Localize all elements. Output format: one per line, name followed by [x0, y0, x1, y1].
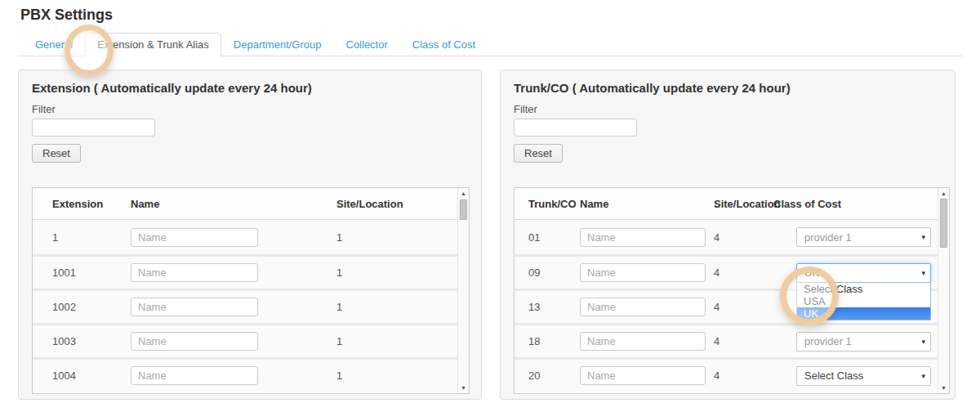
trunk-row: 01 4 provider 1▾	[514, 220, 949, 254]
extension-row: 1002 1	[33, 289, 469, 323]
extension-id: 1	[52, 231, 131, 244]
trunk-table-header: Trunk/CO Name Site/Location Class of Cos…	[514, 188, 949, 220]
column-header-extension: Extension	[52, 198, 131, 210]
extension-name-input[interactable]	[131, 263, 258, 282]
extension-name-input[interactable]	[131, 298, 258, 316]
trunk-name-input[interactable]	[580, 298, 706, 316]
trunk-id: 18	[528, 335, 580, 347]
trunk-row: 20 4 Select Class▾	[514, 357, 949, 392]
tab-class-of-cost[interactable]: Class of Cost	[400, 33, 488, 56]
column-header-site-location: Site/Location	[714, 198, 773, 210]
scrollbar-thumb[interactable]	[460, 199, 467, 220]
extension-table-header: Extension Name Site/Location	[33, 188, 469, 220]
extension-name-input[interactable]	[131, 366, 258, 385]
extension-panel: Extension ( Automatically update every 2…	[18, 69, 482, 400]
tab-department-group[interactable]: Department/Group	[221, 33, 334, 56]
tab-bar: General Extension & Trunk Alias Departme…	[18, 34, 962, 56]
extension-table-scrollbar[interactable]: ▲ ▼	[457, 188, 469, 393]
trunk-co-table: Trunk/CO Name Site/Location Class of Cos…	[514, 187, 950, 394]
site-location-value: 1	[336, 335, 469, 347]
extension-filter-input[interactable]	[32, 119, 155, 137]
trunk-filter-label: Filter	[514, 103, 945, 115]
column-header-class-of-cost: Class of Cost	[773, 198, 949, 210]
extension-table: Extension Name Site/Location 1 1 1001 1 …	[32, 187, 470, 394]
extension-name-input[interactable]	[131, 332, 258, 351]
trunk-row: 18 4 provider 1▾	[514, 323, 949, 357]
chevron-down-icon: ▾	[921, 372, 925, 380]
column-header-site-location: Site/Location	[336, 198, 469, 210]
site-location-value: 1	[336, 266, 469, 279]
dropdown-option-usa[interactable]: USA	[797, 295, 930, 307]
tab-general[interactable]: General	[23, 33, 85, 56]
site-location-value: 4	[714, 231, 796, 244]
site-location-value: 4	[714, 266, 796, 279]
extension-id: 1002	[52, 301, 131, 313]
column-header-name: Name	[580, 198, 714, 210]
pbx-settings-screen: PBX Settings General Extension & Trunk A…	[0, 0, 980, 403]
site-location-value: 1	[336, 301, 469, 313]
extension-id: 1001	[52, 266, 131, 279]
column-header-trunk-co: Trunk/CO	[528, 198, 580, 210]
class-of-cost-select[interactable]: Select Class▾	[796, 366, 931, 386]
class-of-cost-select[interactable]: provider 1▾	[796, 227, 931, 247]
extension-filter-label: Filter	[32, 103, 468, 115]
panels-container: Extension ( Automatically update every 2…	[18, 69, 956, 400]
site-location-value: 4	[714, 369, 796, 382]
extension-row: 1001 1	[33, 254, 469, 289]
scroll-down-icon[interactable]: ▼	[458, 383, 469, 392]
trunk-co-panel: Trunk/CO ( Automatically update every 24…	[500, 69, 956, 400]
scroll-up-icon[interactable]: ▲	[938, 189, 949, 198]
extension-panel-title: Extension ( Automatically update every 2…	[32, 81, 468, 95]
extension-row: 1003 1	[33, 323, 469, 357]
site-location-value: 1	[336, 231, 469, 244]
dropdown-option-select-class[interactable]: Select Class	[797, 283, 930, 295]
trunk-id: 09	[528, 266, 580, 279]
tab-collector[interactable]: Collector	[334, 33, 400, 56]
site-location-value: 1	[336, 369, 469, 382]
trunk-filter-input[interactable]	[514, 119, 637, 137]
chevron-down-icon: ▾	[921, 233, 925, 241]
extension-row: 1004 1	[33, 357, 469, 392]
trunk-id: 20	[528, 369, 580, 382]
page-title: PBX Settings	[20, 7, 113, 24]
chevron-down-icon: ▾	[921, 338, 925, 346]
extension-row: 1 1	[33, 220, 469, 254]
trunk-id: 01	[528, 231, 580, 244]
class-of-cost-dropdown-list: Select Class USA UK	[796, 282, 931, 320]
scroll-down-icon[interactable]: ▼	[938, 383, 949, 392]
trunk-table-scrollbar[interactable]: ▲ ▼	[938, 188, 949, 393]
dropdown-option-uk[interactable]: UK	[797, 307, 930, 320]
trunk-id: 13	[528, 301, 580, 313]
scrollbar-thumb[interactable]	[940, 199, 947, 248]
trunk-name-input[interactable]	[580, 366, 706, 385]
extension-id: 1003	[52, 335, 131, 347]
trunk-name-input[interactable]	[580, 263, 706, 282]
class-of-cost-select[interactable]: provider 1▾	[796, 332, 931, 352]
extension-reset-button[interactable]: Reset	[32, 144, 81, 163]
trunk-name-input[interactable]	[580, 332, 706, 351]
site-location-value: 4	[714, 301, 796, 313]
tab-extension-trunk-alias[interactable]: Extension & Trunk Alias	[85, 33, 221, 56]
extension-name-input[interactable]	[131, 228, 258, 247]
column-header-name: Name	[131, 198, 336, 210]
scroll-up-icon[interactable]: ▲	[458, 189, 469, 198]
trunk-reset-button[interactable]: Reset	[514, 144, 563, 163]
class-of-cost-select-open[interactable]: UK▾	[796, 263, 931, 283]
extension-id: 1004	[52, 369, 131, 382]
site-location-value: 4	[714, 335, 796, 347]
trunk-name-input[interactable]	[580, 228, 706, 247]
trunk-co-panel-title: Trunk/CO ( Automatically update every 24…	[514, 81, 945, 95]
chevron-down-icon: ▾	[921, 269, 925, 277]
